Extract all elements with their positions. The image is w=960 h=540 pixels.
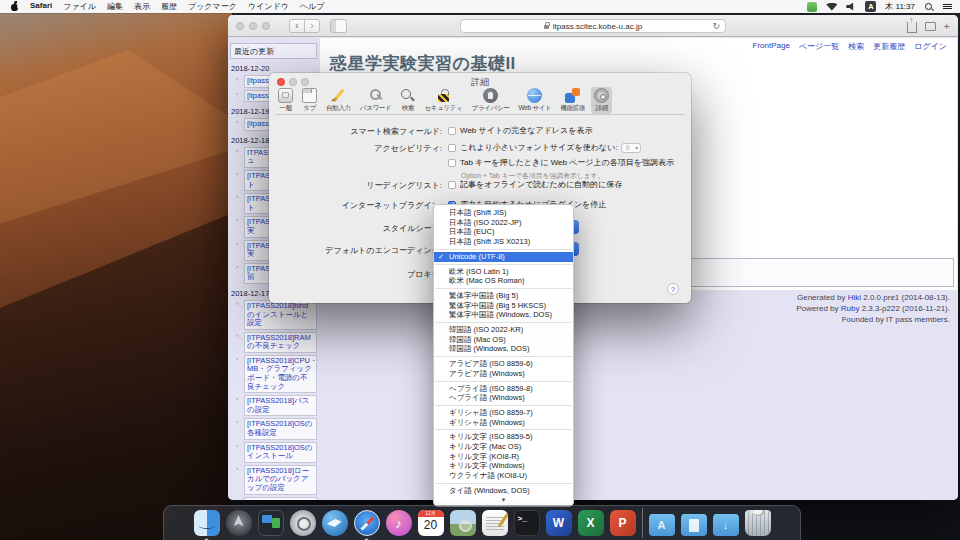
sidebar-link[interactable]: [ITPASS2018]OSのインストール: [244, 442, 317, 463]
scroll-down-arrow[interactable]: ▼: [434, 496, 573, 504]
prefs-tab-privacy[interactable]: プライバシー: [469, 87, 513, 114]
dock-item-word[interactable]: W: [546, 510, 572, 536]
help-button[interactable]: ?: [667, 283, 679, 295]
encoding-option[interactable]: 日本語 (EUC): [434, 227, 573, 237]
nav-link-検索[interactable]: 検索: [848, 41, 864, 52]
sidebar-link[interactable]: [ITPASS2018]CPU・MB・グラフィックボード・電源の不良チェック: [244, 355, 317, 393]
encoding-option[interactable]: 繁体字中国語 (Big 5 HKSCS): [434, 301, 573, 311]
close-button[interactable]: [236, 22, 244, 30]
encoding-option[interactable]: アラビア語 (ISO 8859-6): [434, 359, 573, 369]
dock-item-terminal[interactable]: >_: [514, 510, 540, 536]
encoding-option[interactable]: 韓国語 (ISO 2022-KR): [434, 325, 573, 335]
encoding-option[interactable]: 欧米 (ISO Latin 1): [434, 267, 573, 277]
dock-item-launchpad[interactable]: [226, 510, 252, 536]
dock-item-calendar[interactable]: 12月20: [418, 510, 444, 536]
spotlight-search-icon[interactable]: [924, 2, 934, 12]
input-source-icon[interactable]: A: [865, 1, 876, 12]
apple-menu-icon[interactable]: [10, 2, 19, 12]
nav-link-ログイン[interactable]: ログイン: [914, 41, 947, 52]
minimize-button[interactable]: [249, 22, 257, 30]
encoding-option[interactable]: タイ語 (Windows, DOS): [434, 486, 573, 496]
notification-center-icon[interactable]: [943, 3, 952, 11]
prefs-tab-security[interactable]: セキュリティ: [421, 87, 465, 114]
encoding-option[interactable]: アラビア語 (Windows): [434, 369, 573, 379]
prefs-tab-tabs[interactable]: タブ: [299, 87, 320, 114]
dock-item-textedit[interactable]: [482, 510, 508, 536]
sidebar-link[interactable]: [ITPASS2018]バスの設定: [244, 395, 317, 416]
status-app-icon[interactable]: [807, 2, 817, 12]
dock-item-folder-applications[interactable]: A: [649, 511, 675, 536]
new-tab-icon[interactable]: +: [944, 22, 950, 31]
encoding-option[interactable]: ギリシャ語 (ISO 8859-7): [434, 408, 573, 418]
dock-item-folder-downloads[interactable]: ↓: [713, 511, 739, 536]
prefs-tab-general[interactable]: 一般: [275, 87, 296, 114]
menu-item-履歴[interactable]: 履歴: [161, 1, 177, 12]
encoding-option[interactable]: 日本語 (Shift JIS): [434, 208, 573, 218]
encoding-option[interactable]: 韓国語 (Windows, DOS): [434, 344, 573, 354]
tab-overview-icon[interactable]: [925, 22, 936, 31]
menu-bar-clock[interactable]: 木 11:37: [885, 1, 915, 12]
volume-icon[interactable]: [846, 3, 856, 11]
menu-item-ヘルプ[interactable]: ヘルプ: [300, 1, 325, 12]
encoding-option[interactable]: キリル文字 (Windows): [434, 461, 573, 471]
prefs-tab-advanced[interactable]: 詳細: [591, 87, 612, 114]
encoding-option[interactable]: キリル文字 (Mac OS): [434, 442, 573, 452]
encoding-option[interactable]: ヘブライ語 (ISO 8859-8): [434, 384, 573, 394]
encoding-option[interactable]: 日本語 (Shift JIS X0213): [434, 237, 573, 247]
encoding-option[interactable]: 繁体字中国語 (Big 5): [434, 291, 573, 301]
zoom-button[interactable]: [262, 22, 270, 30]
dock-item-trash[interactable]: [745, 510, 771, 536]
sidebar-link[interactable]: [Memo2018][ITPASS]サーバ交換作業 (tako): [244, 497, 317, 500]
font-size-select[interactable]: 9: [621, 143, 641, 153]
menu-item-編集[interactable]: 編集: [107, 1, 123, 12]
encoding-option[interactable]: Unicode (UTF-8): [434, 252, 573, 262]
nav-link-ページ一覧[interactable]: ページ一覧: [799, 41, 839, 52]
address-bar[interactable]: itpass.scitec.kobe-u.ac.jp ↻: [460, 19, 726, 33]
encoding-option[interactable]: 繁体字中国語 (Windows, DOS): [434, 310, 573, 320]
checkbox[interactable]: [448, 144, 456, 152]
dock-item-preview[interactable]: [450, 510, 476, 536]
dock-item-mission-control[interactable]: [258, 510, 284, 536]
menu-item-ウインドウ[interactable]: ウインドウ: [248, 1, 289, 12]
prefs-tab-autofill[interactable]: 自動入力: [323, 87, 354, 114]
prefs-tab-search[interactable]: 検索: [397, 87, 418, 114]
prefs-tab-password[interactable]: パスワード: [357, 87, 395, 114]
encoding-option[interactable]: 日本語 (ISO 2022-JP): [434, 218, 573, 228]
dock-item-thunderbird[interactable]: [322, 510, 348, 536]
reload-icon[interactable]: ↻: [712, 21, 720, 31]
dock-item-folder-documents[interactable]: [681, 511, 707, 536]
encoding-option[interactable]: ヘブライ語 (Windows): [434, 393, 573, 403]
dock-item-itunes[interactable]: ♪: [386, 510, 412, 536]
menu-item-Safari[interactable]: Safari: [30, 1, 52, 12]
dock-item-safari[interactable]: [354, 510, 380, 536]
encoding-option[interactable]: キリル文字 (KOI8-R): [434, 452, 573, 462]
sidebar-toggle-icon[interactable]: [330, 19, 347, 33]
menu-item-表示[interactable]: 表示: [134, 1, 150, 12]
encoding-option[interactable]: 欧米 (Mac OS Roman): [434, 276, 573, 286]
sidebar-link[interactable]: [ITPASS2018]RAM の不良チェック: [244, 332, 317, 353]
sidebar-link[interactable]: [ITPASS2018]OSの各種設定: [244, 418, 317, 439]
dock-item-excel[interactable]: X: [578, 510, 604, 536]
encoding-option[interactable]: ウクライナ語 (KOI8-U): [434, 471, 573, 481]
sidebar-link[interactable]: [ITPASS2018]bindのインストールと設定: [244, 300, 317, 330]
forward-button[interactable]: ›: [304, 19, 320, 33]
footer-link[interactable]: Ruby: [841, 304, 860, 313]
menu-item-ブックマーク[interactable]: ブックマーク: [188, 1, 237, 12]
dock-item-system-preferences[interactable]: [290, 510, 316, 536]
checkbox[interactable]: [448, 159, 456, 167]
encoding-option[interactable]: 韓国語 (Mac OS): [434, 335, 573, 345]
encoding-option[interactable]: ギリシャ語 (Windows): [434, 418, 573, 428]
back-button[interactable]: ‹: [289, 19, 305, 33]
checkbox[interactable]: [448, 181, 456, 189]
encoding-option[interactable]: キリル文字 (ISO 8859-5): [434, 432, 573, 442]
wifi-icon[interactable]: [826, 3, 837, 11]
menu-item-ファイル[interactable]: ファイル: [63, 1, 96, 12]
checkbox[interactable]: [448, 127, 456, 135]
sidebar-link[interactable]: [ITPASS2018]ローカルでのバックアップの設定: [244, 465, 317, 495]
prefs-tab-website[interactable]: Web サイト: [516, 87, 555, 114]
prefs-tab-extensions[interactable]: 機能拡張: [557, 87, 588, 114]
footer-link[interactable]: Hiki: [848, 293, 861, 302]
dock-item-powerpoint[interactable]: P: [610, 510, 636, 536]
dock-item-finder[interactable]: [194, 510, 220, 536]
share-icon[interactable]: [907, 22, 917, 33]
